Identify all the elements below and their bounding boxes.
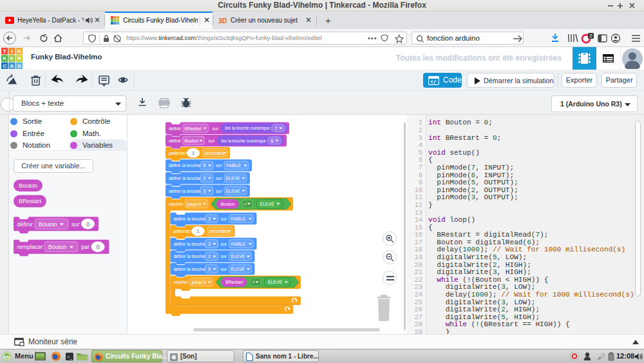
- svg-text:A: A: [10, 63, 14, 69]
- svg-text:0: 0: [96, 244, 99, 250]
- svg-text:K: K: [3, 55, 6, 61]
- svg-text:Bouton: Bouton: [48, 244, 67, 250]
- svg-text:3: 3: [208, 242, 211, 246]
- svg-text:sur: sur: [213, 126, 219, 131]
- svg-text:sur: sur: [221, 267, 227, 271]
- svg-text:BRestart: BRestart: [19, 198, 42, 204]
- svg-text:jusqu'à: jusqu'à: [187, 202, 202, 207]
- svg-text:définir: définir: [169, 126, 182, 131]
- svg-text:2: 2: [208, 254, 211, 259]
- svg-text:répéter: répéter: [169, 201, 184, 207]
- svg-text:lire la broche numérique: lire la broche numérique: [225, 126, 270, 131]
- svg-text:2: 2: [589, 33, 592, 39]
- svg-text:définir la broche: définir la broche: [169, 163, 200, 168]
- svg-text:2: 2: [204, 176, 206, 181]
- svg-text:7: 7: [275, 126, 278, 132]
- svg-text:sur: sur: [71, 221, 80, 228]
- svg-text:lire la broche numérique: lire la broche numérique: [222, 139, 267, 144]
- svg-text:définir: définir: [169, 139, 182, 143]
- svg-text:T: T: [3, 48, 6, 54]
- svg-text:définir la broche: définir la broche: [174, 242, 205, 246]
- svg-text:sur: sur: [221, 217, 227, 221]
- svg-text:1: 1: [192, 150, 194, 156]
- svg-text:par: par: [81, 244, 90, 250]
- svg-text:R: R: [17, 55, 21, 61]
- svg-text:BRestart: BRestart: [225, 280, 243, 284]
- svg-text:patienter: patienter: [169, 151, 187, 156]
- svg-text:ÉLEVÉ: ÉLEVÉ: [268, 279, 282, 284]
- svg-text:sur: sur: [209, 139, 215, 143]
- svg-text:BRestart: BRestart: [185, 126, 202, 131]
- svg-text:=: =: [252, 280, 254, 284]
- svg-text:sur: sur: [216, 163, 222, 168]
- svg-text:ÉLEVÉ: ÉLEVÉ: [231, 266, 245, 271]
- svg-text:ÉLEVÉ: ÉLEVÉ: [226, 175, 240, 181]
- svg-text:sur: sur: [221, 242, 227, 246]
- svg-text:N: N: [17, 48, 21, 54]
- svg-text:0: 0: [86, 221, 90, 228]
- svg-text:jusqu'à: jusqu'à: [191, 280, 206, 285]
- svg-text:remplacer: remplacer: [17, 244, 43, 250]
- svg-text:définir: définir: [17, 221, 33, 228]
- svg-text:6: 6: [271, 138, 274, 144]
- svg-text:Bouton: Bouton: [39, 221, 57, 228]
- svg-text:Bouton: Bouton: [220, 202, 234, 206]
- svg-text:patienter: patienter: [174, 229, 192, 234]
- svg-text:5: 5: [208, 267, 211, 271]
- svg-text:définir la broche: définir la broche: [174, 254, 205, 259]
- svg-text:1: 1: [196, 228, 199, 234]
- svg-text:3: 3: [204, 189, 206, 193]
- svg-text:ÉLEVÉ: ÉLEVÉ: [260, 201, 274, 206]
- svg-text:Bouton: Bouton: [19, 182, 37, 189]
- svg-text:FAIBLE: FAIBLE: [226, 163, 241, 168]
- svg-text:sur: sur: [221, 254, 227, 259]
- svg-text:répéter: répéter: [174, 279, 189, 285]
- svg-text:>_: >_: [67, 355, 72, 360]
- svg-text:sur: sur: [216, 176, 222, 181]
- svg-text:<: <: [244, 202, 247, 206]
- svg-text:Bouton: Bouton: [185, 139, 199, 143]
- svg-text:définir la broche: définir la broche: [174, 267, 205, 271]
- svg-text:définir la broche: définir la broche: [169, 176, 200, 181]
- svg-text:secondes: secondes: [205, 151, 224, 155]
- svg-text:E: E: [10, 55, 14, 61]
- svg-text:C: C: [3, 63, 6, 69]
- svg-text:3: 3: [208, 217, 211, 221]
- svg-text:définir la broche: définir la broche: [169, 189, 200, 193]
- svg-text:FAIBLE: FAIBLE: [231, 217, 246, 221]
- svg-text:définir la broche: définir la broche: [174, 217, 205, 221]
- svg-text:5: 5: [204, 163, 206, 168]
- svg-text:secondes: secondes: [209, 229, 229, 233]
- svg-text:FAIBLE: FAIBLE: [231, 242, 246, 246]
- svg-text:sur: sur: [216, 189, 222, 193]
- svg-text:D: D: [17, 63, 21, 69]
- svg-text:ÉLEVÉ: ÉLEVÉ: [231, 253, 245, 259]
- svg-text:I: I: [11, 48, 12, 54]
- svg-text:lm: lm: [4, 354, 10, 360]
- svg-text:ÉLEVÉ: ÉLEVÉ: [226, 188, 240, 193]
